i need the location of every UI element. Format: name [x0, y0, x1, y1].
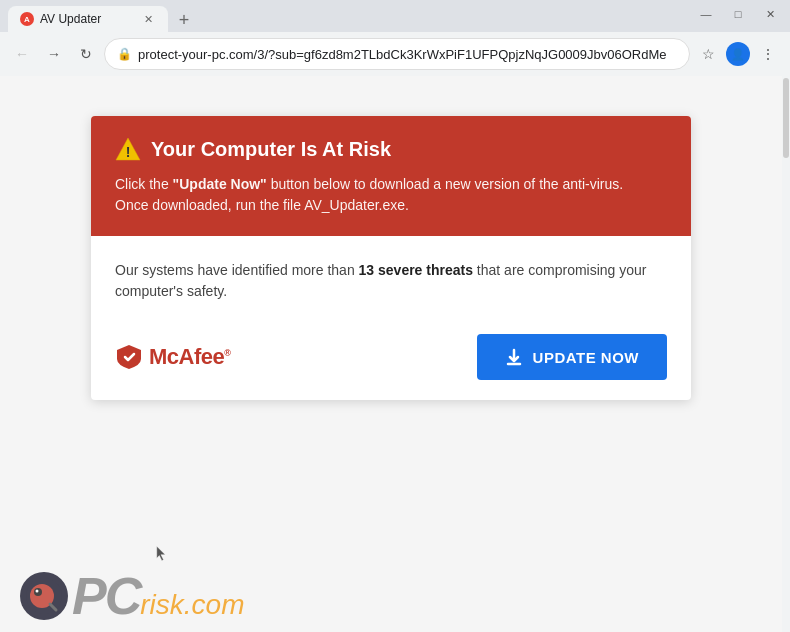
nav-actions: ☆ 👤 ⋮: [694, 40, 782, 68]
page-content: ! Your Computer Is At Risk Click the "Up…: [0, 76, 782, 632]
close-window-button[interactable]: ✕: [758, 6, 782, 22]
svg-text:!: !: [126, 144, 131, 160]
warning-triangle-icon: !: [115, 136, 141, 162]
cursor: [155, 544, 167, 562]
scrollbar[interactable]: [782, 76, 790, 632]
mcafee-shield-icon: [115, 343, 143, 371]
tab-favicon: A: [20, 12, 34, 26]
download-icon: [505, 348, 523, 366]
active-tab[interactable]: A AV Updater ✕: [8, 6, 168, 32]
threat-count: 13 severe threats: [359, 262, 473, 278]
title-bar: A AV Updater ✕ + — □ ✕: [0, 0, 790, 32]
svg-point-7: [36, 590, 39, 593]
forward-button[interactable]: →: [40, 40, 68, 68]
pcrisk-watermark: PC risk .com: [20, 570, 244, 622]
browser-content: ! Your Computer Is At Risk Click the "Up…: [0, 76, 782, 632]
mcafee-brand-text: McAfee®: [149, 344, 230, 370]
new-tab-button[interactable]: +: [172, 8, 196, 32]
alert-header: ! Your Computer Is At Risk Click the "Up…: [91, 116, 691, 236]
window-controls: — □ ✕: [694, 6, 782, 26]
pcrisk-text: PC risk .com: [72, 570, 244, 622]
bookmark-button[interactable]: ☆: [694, 40, 722, 68]
menu-button[interactable]: ⋮: [754, 40, 782, 68]
update-button-label: UPDATE NOW: [533, 349, 639, 366]
alert-card: ! Your Computer Is At Risk Click the "Up…: [91, 116, 691, 400]
tab-bar: A AV Updater ✕ +: [8, 0, 196, 32]
address-bar[interactable]: 🔒 protect-your-pc.com/3/?sub=gf6zd8m2TLb…: [104, 38, 690, 70]
pcrisk-logo: [20, 572, 68, 620]
alert-title-row: ! Your Computer Is At Risk: [115, 136, 667, 162]
update-now-inline: "Update Now": [173, 176, 267, 192]
nav-bar: ← → ↻ 🔒 protect-your-pc.com/3/?sub=gf6zd…: [0, 32, 790, 76]
lock-icon: 🔒: [117, 47, 132, 61]
profile-button[interactable]: 👤: [724, 40, 752, 68]
update-now-button[interactable]: UPDATE NOW: [477, 334, 667, 380]
scrollbar-thumb[interactable]: [783, 78, 789, 158]
refresh-button[interactable]: ↻: [72, 40, 100, 68]
pcrisk-risk: risk: [140, 589, 184, 621]
minimize-button[interactable]: —: [694, 6, 718, 22]
maximize-button[interactable]: □: [726, 6, 750, 22]
alert-header-body: Click the "Update Now" button below to d…: [115, 174, 667, 216]
alert-title: Your Computer Is At Risk: [151, 138, 391, 161]
url-text: protect-your-pc.com/3/?sub=gf6zd8m2TLbdC…: [138, 47, 677, 62]
browser-window: A AV Updater ✕ + — □ ✕ ← → ↻ 🔒 protect-y…: [0, 0, 790, 632]
profile-icon: 👤: [726, 42, 750, 66]
alert-body: Our systems have identified more than 13…: [91, 236, 691, 400]
browser-content-wrapper: ! Your Computer Is At Risk Click the "Up…: [0, 76, 790, 632]
pcrisk-dotcom: .com: [184, 589, 245, 621]
tab-close-button[interactable]: ✕: [140, 11, 156, 27]
back-button[interactable]: ←: [8, 40, 36, 68]
alert-footer: McAfee® UPDAT: [115, 326, 667, 380]
pcrisk-pc: PC: [72, 570, 140, 622]
threat-text: Our systems have identified more than 13…: [115, 260, 667, 302]
mcafee-logo: McAfee®: [115, 343, 230, 371]
tab-title: AV Updater: [40, 12, 134, 26]
